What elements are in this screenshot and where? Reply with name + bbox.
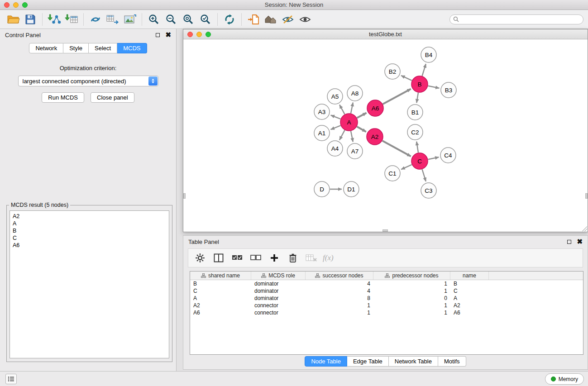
column-header-name[interactable]: name bbox=[450, 272, 489, 280]
graph-node-D[interactable]: D bbox=[314, 181, 330, 197]
graph-edge-B-B4[interactable] bbox=[422, 64, 426, 76]
table-cell-predecessor-nodes[interactable]: 1 bbox=[373, 280, 450, 287]
show-graphics-details-button[interactable] bbox=[296, 12, 314, 27]
graph-node-B[interactable]: B bbox=[411, 76, 428, 92]
table-cell-shared-name[interactable]: C bbox=[190, 287, 251, 295]
task-history-button[interactable] bbox=[5, 374, 17, 384]
graph-node-A8[interactable]: A8 bbox=[347, 86, 363, 101]
graph-node-C1[interactable]: C1 bbox=[385, 166, 400, 181]
table-cell-shared-name[interactable]: B bbox=[190, 280, 251, 287]
zoom-selected-button[interactable] bbox=[197, 12, 214, 27]
graph-edge-A6-B[interactable] bbox=[383, 89, 411, 104]
graph-edge-B-B1[interactable] bbox=[416, 93, 418, 103]
import-table-from-file-button[interactable] bbox=[63, 12, 80, 27]
table-cell-name[interactable]: A2 bbox=[450, 302, 489, 309]
graph-edge-C-C1[interactable] bbox=[401, 165, 412, 170]
table-tab-network-table[interactable]: Network Table bbox=[389, 356, 438, 367]
mcds-result-item[interactable]: A bbox=[13, 220, 166, 227]
graph-edge-A-A2[interactable] bbox=[357, 127, 366, 132]
network-minimize-button[interactable] bbox=[196, 32, 202, 37]
tab-network[interactable]: Network bbox=[29, 43, 63, 53]
search-box[interactable] bbox=[449, 14, 583, 24]
table-cell-successor-nodes[interactable]: 1 bbox=[306, 302, 373, 309]
table-cell-mcds-role[interactable]: dominator bbox=[251, 295, 306, 302]
export-image-button[interactable] bbox=[121, 12, 139, 27]
table-cell-name[interactable]: B bbox=[450, 280, 489, 287]
table-cell-name[interactable]: C bbox=[450, 287, 489, 295]
network-close-button[interactable] bbox=[187, 32, 193, 37]
table-cell-predecessor-nodes[interactable]: 1 bbox=[373, 309, 450, 316]
graph-node-C2[interactable]: C2 bbox=[407, 124, 423, 140]
network-graph[interactable]: AA6A2BCA1A3A4A5A7A8B1B2B3B4C1C2C3C4DD1 bbox=[183, 39, 588, 231]
zoom-window-button[interactable] bbox=[22, 2, 28, 8]
graph-node-A4[interactable]: A4 bbox=[327, 141, 343, 156]
graph-node-C4[interactable]: C4 bbox=[440, 148, 456, 163]
table-row[interactable]: A2connector11A2 bbox=[190, 302, 583, 309]
table-cell-shared-name[interactable]: A6 bbox=[190, 309, 251, 316]
window-resize-grip[interactable] bbox=[582, 226, 587, 231]
refresh-view-button[interactable] bbox=[221, 12, 238, 27]
table-row[interactable]: A6connector11A6 bbox=[190, 309, 583, 316]
graph-edge-A-A4[interactable] bbox=[339, 130, 345, 140]
table-tab-motifs[interactable]: Motifs bbox=[438, 356, 466, 367]
graph-edge-A-A7[interactable] bbox=[351, 131, 353, 142]
graph-node-B3[interactable]: B3 bbox=[441, 82, 456, 98]
function-builder-button[interactable]: f(x) bbox=[323, 251, 334, 265]
network-zoom-button[interactable] bbox=[206, 32, 211, 37]
graph-node-B4[interactable]: B4 bbox=[421, 47, 436, 62]
table-panel-float-icon[interactable] bbox=[567, 240, 571, 244]
graph-node-C3[interactable]: C3 bbox=[421, 183, 436, 198]
mcds-result-item[interactable]: A2 bbox=[13, 213, 166, 220]
graph-edge-C-C3[interactable] bbox=[422, 169, 426, 181]
open-document-button[interactable] bbox=[245, 12, 262, 27]
import-network-from-file-button[interactable] bbox=[46, 12, 63, 27]
graph-edge-B-B3[interactable] bbox=[428, 86, 440, 88]
graph-node-B1[interactable]: B1 bbox=[407, 105, 423, 120]
memory-button[interactable]: Memory bbox=[545, 373, 584, 385]
table-cell-successor-nodes[interactable]: 4 bbox=[306, 287, 373, 295]
graph-node-A3[interactable]: A3 bbox=[314, 104, 330, 119]
delete-column-button[interactable] bbox=[286, 251, 300, 265]
unselect-all-columns-button[interactable] bbox=[249, 251, 263, 265]
delete-table-button[interactable] bbox=[304, 251, 319, 265]
canvas-right-resize-handle[interactable] bbox=[585, 193, 588, 199]
canvas-left-resize-handle[interactable] bbox=[183, 193, 186, 199]
graph-node-A1[interactable]: A1 bbox=[314, 125, 330, 141]
select-all-columns-button[interactable] bbox=[230, 251, 244, 265]
run-mcds-button[interactable]: Run MCDS bbox=[42, 92, 84, 103]
zoom-fit-button[interactable] bbox=[180, 12, 197, 27]
column-header-shared-name[interactable]: shared name bbox=[190, 272, 251, 280]
control-panel-close-icon[interactable]: ✖ bbox=[165, 33, 171, 37]
table-cell-shared-name[interactable]: A bbox=[190, 295, 251, 302]
table-tab-node-table[interactable]: Node Table bbox=[305, 356, 347, 367]
minimize-window-button[interactable] bbox=[13, 2, 19, 8]
criterion-dropdown[interactable]: largest connected component (directed) bbox=[18, 76, 158, 86]
table-cell-name[interactable]: A6 bbox=[450, 309, 489, 316]
graph-node-C[interactable]: C bbox=[411, 153, 428, 169]
table-cell-predecessor-nodes[interactable]: 1 bbox=[373, 287, 450, 295]
table-tab-edge-table[interactable]: Edge Table bbox=[347, 356, 389, 367]
table-settings-button[interactable] bbox=[193, 251, 207, 265]
show-columns-button[interactable] bbox=[211, 251, 226, 265]
graph-edge-A-A3[interactable] bbox=[331, 115, 341, 119]
hide-graphics-details-button[interactable] bbox=[279, 12, 296, 27]
table-cell-mcds-role[interactable]: dominator bbox=[251, 287, 306, 295]
close-window-button[interactable] bbox=[4, 2, 10, 8]
table-cell-predecessor-nodes[interactable]: 0 bbox=[373, 295, 450, 302]
table-row[interactable]: Bdominator41B bbox=[190, 280, 583, 287]
table-cell-shared-name[interactable]: A2 bbox=[190, 302, 251, 309]
table-cell-mcds-role[interactable]: connector bbox=[251, 302, 306, 309]
graph-edge-B-B2[interactable] bbox=[401, 76, 412, 81]
graph-node-D1[interactable]: D1 bbox=[344, 181, 359, 197]
graph-edge-A2-C[interactable] bbox=[382, 141, 411, 156]
table-row[interactable]: Cdominator41C bbox=[190, 287, 583, 295]
apply-layout-button[interactable] bbox=[87, 12, 104, 27]
mcds-result-item[interactable]: B bbox=[13, 227, 166, 234]
column-header-successor-nodes[interactable]: successor nodes bbox=[306, 272, 373, 280]
table-cell-successor-nodes[interactable]: 4 bbox=[306, 280, 373, 287]
create-column-button[interactable] bbox=[267, 251, 282, 265]
network-canvas[interactable]: AA6A2BCA1A3A4A5A7A8B1B2B3B4C1C2C3C4DD1 bbox=[183, 39, 588, 232]
table-row[interactable]: Adominator80A bbox=[190, 295, 583, 302]
graph-node-A[interactable]: A bbox=[340, 114, 358, 131]
graph-node-A6[interactable]: A6 bbox=[367, 100, 383, 116]
